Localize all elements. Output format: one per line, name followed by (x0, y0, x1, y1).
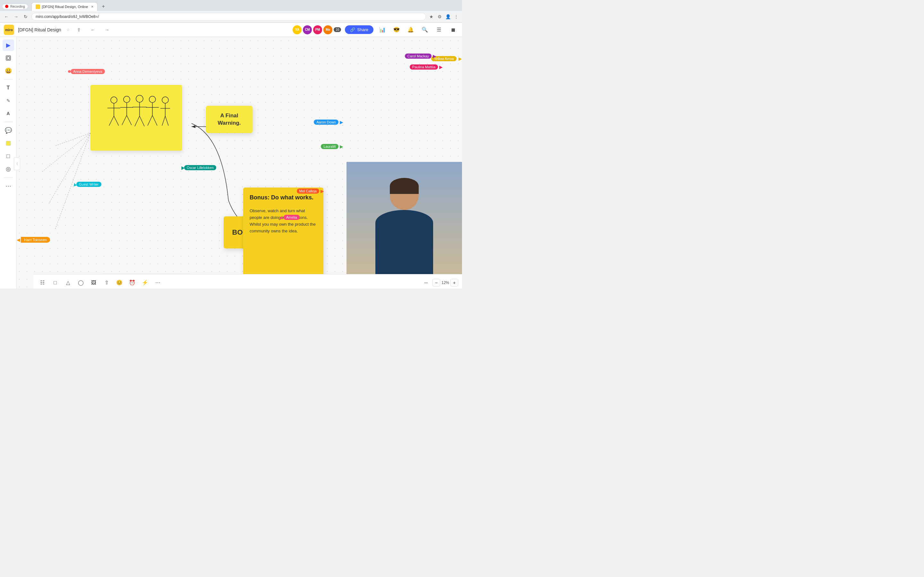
lightning-btn[interactable]: ⚡ (140, 277, 150, 288)
sidebar-toggle[interactable]: ◼ (448, 25, 458, 35)
vote-icon[interactable]: 😎 (391, 25, 402, 35)
tab-label: [DFGN] Ritual Design, Online (42, 5, 88, 9)
svg-point-33 (162, 97, 168, 103)
person-hair (390, 178, 419, 194)
bottom-toolbar: ☷ □ △ ◯ 🖼 ⇧ 😊 ⏰ ⚡ ⋯ ↔ − 12% + (33, 274, 462, 288)
profile-icon[interactable]: 👤 (445, 13, 451, 20)
anna-dot (68, 70, 71, 73)
sketch-area (94, 89, 178, 140)
avatar-1[interactable]: YA (292, 25, 302, 34)
carol-cursor: Carol Mackay ▶ (405, 53, 436, 59)
harri-cursor: ◀ Harri Toivonen (17, 237, 50, 243)
more-tools[interactable]: ⋯ (3, 180, 14, 192)
tab-close-btn[interactable]: × (91, 5, 94, 9)
video-person-figure (347, 162, 462, 274)
miro-header: miro [DFGN] Ritual Design ☆ ⇧ ← → YA CM … (0, 23, 462, 37)
share-upload-icon[interactable]: ⇧ (74, 25, 84, 35)
mindmap-tool[interactable]: ◎ (3, 163, 14, 175)
notification-icon[interactable]: 🔔 (405, 25, 416, 35)
fit-screen-btn[interactable]: ↔ (421, 277, 431, 288)
sticky-tool[interactable] (3, 137, 14, 149)
sticky-note-sketch[interactable] (90, 85, 182, 151)
amelia-arrow (279, 215, 283, 219)
recording-label: Recording (10, 5, 25, 8)
harri-label: Harri Toivonen (21, 237, 50, 243)
sticky-icon (5, 140, 11, 146)
back-button[interactable]: ← (3, 13, 10, 21)
active-tab[interactable]: [DFGN] Ritual Design, Online × (31, 2, 98, 11)
guest-cursor: Guest Writer (73, 182, 102, 187)
shapes-tool[interactable]: □ (3, 150, 14, 162)
avatar-3[interactable]: PM (313, 25, 322, 34)
text-tool[interactable]: T (3, 82, 14, 93)
menu-icon[interactable]: ⋮ (453, 13, 459, 20)
frames-icon (5, 55, 11, 61)
carol-arrow: ▶ (433, 53, 436, 59)
upload-btn[interactable]: ⇧ (102, 277, 111, 288)
zoom-in-btn[interactable]: + (451, 279, 458, 287)
share-icon: 🔗 (350, 27, 355, 32)
paulina-cursor: Paulina Mattila ▶ (410, 64, 443, 69)
guest-arrow (73, 182, 77, 186)
svg-line-32 (152, 115, 157, 126)
new-tab-button[interactable]: + (99, 2, 108, 11)
share-button[interactable]: 🔗 Share (345, 25, 373, 34)
extensions-icon[interactable]: ⚙ (436, 13, 443, 20)
video-feed (347, 162, 462, 274)
oscar-arrow (180, 165, 184, 170)
aaron-cursor: Aaron Down ▶ (314, 119, 343, 125)
svg-line-37 (165, 116, 168, 126)
guest-label: Guest Writer (76, 182, 102, 187)
select-tool[interactable]: ▶ (3, 39, 14, 51)
tab-favicon (36, 5, 40, 9)
draw-tool[interactable]: A (3, 108, 14, 119)
comment-tool[interactable]: 💬 (3, 125, 14, 136)
svg-point-23 (136, 95, 143, 102)
svg-rect-0 (6, 56, 11, 60)
svg-line-27 (140, 116, 144, 126)
redo-button[interactable]: → (102, 25, 112, 35)
forward-button[interactable]: → (12, 13, 20, 21)
svg-point-18 (124, 96, 130, 103)
yellow-arrow-icon: ▶ (459, 56, 462, 61)
toolbar-expand[interactable]: 〈 (14, 157, 20, 170)
bonus-content-card[interactable]: Bonus: Do what works. Observe, watch and… (243, 187, 323, 277)
frames-tool[interactable] (3, 52, 14, 64)
share-label: Share (357, 27, 368, 32)
more-btn[interactable]: ⋯ (153, 277, 163, 288)
avatar-2[interactable]: CM (303, 25, 312, 34)
image-btn[interactable]: 🖼 (89, 277, 99, 288)
board-title: [DFGN] Ritual Design (18, 27, 61, 32)
analytics-icon[interactable]: 📊 (377, 25, 388, 35)
svg-line-7 (42, 133, 90, 171)
canvas-area[interactable]: ▶ 😀 T ✎ A 💬 □ ◎ ⋯ 〈 (0, 37, 462, 288)
avatar-current[interactable]: Me (323, 25, 333, 34)
refresh-button[interactable]: ↻ (22, 13, 29, 21)
search-icon[interactable]: 🔍 (420, 25, 430, 35)
svg-point-13 (111, 97, 117, 103)
undo-button[interactable]: ← (88, 25, 98, 35)
laura-cursor: LauraW ▶ (321, 144, 343, 149)
sticky-add-btn[interactable]: □ (50, 277, 60, 288)
pen-tool[interactable]: ✎ (3, 95, 14, 106)
zoom-out-btn[interactable]: − (433, 279, 440, 287)
svg-line-36 (162, 116, 165, 126)
anna-cursor: Anna Dementyeva (68, 69, 105, 74)
final-warning-card[interactable]: A Final Warning. (206, 106, 252, 133)
title-star-icon[interactable]: ☆ (66, 27, 70, 32)
reaction-btn[interactable]: 😊 (114, 277, 124, 288)
grid-view-btn[interactable]: ☷ (37, 277, 47, 288)
mel-arrow: ▶ (320, 189, 324, 193)
svg-line-9 (55, 133, 90, 229)
star-icon[interactable]: ★ (428, 13, 435, 20)
card-title: Bonus: Do what works. (250, 194, 317, 201)
final-warning-text: A Final Warning. (210, 112, 249, 126)
shape-add-btn[interactable]: △ (63, 277, 73, 288)
reactions-tool[interactable]: 😀 (3, 65, 14, 77)
connect-btn[interactable]: ◯ (76, 277, 86, 288)
settings-icon[interactable]: ☰ (434, 25, 444, 35)
timer-btn[interactable]: ⏰ (127, 277, 137, 288)
miro-logo[interactable]: miro (4, 25, 14, 35)
card-body: Observe, watch and turn what people are … (250, 208, 317, 234)
url-bar[interactable]: miro.com/app/board/o9J_lvWBOe8=/ (31, 13, 426, 21)
